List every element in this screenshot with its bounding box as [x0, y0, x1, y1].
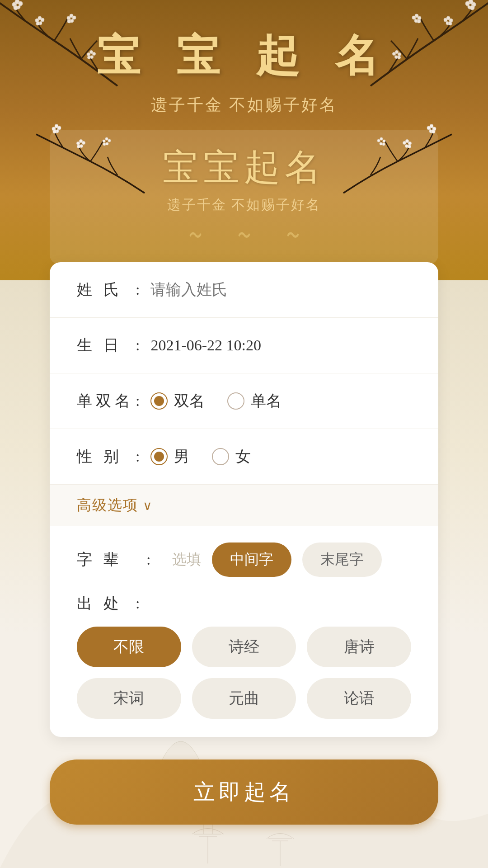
lower-section: 姓 氏 : 生 日 : 2021-06-22 10:20 单双名 : 双名: [0, 280, 488, 868]
svg-point-61: [106, 142, 108, 145]
top-banner: 宝 宝 起 名 遗子千金 不如赐子好名: [0, 0, 488, 280]
svg-point-23: [90, 54, 92, 56]
radio-female[interactable]: 女: [212, 446, 251, 467]
generation-middle-btn[interactable]: 中间字: [212, 542, 291, 577]
source-colon: :: [136, 595, 140, 612]
svg-point-62: [103, 143, 106, 146]
svg-point-78: [377, 139, 380, 142]
inner-card-title: 宝宝起名: [163, 143, 325, 192]
svg-point-77: [380, 137, 383, 140]
name-type-radio-group: 双名 单名: [150, 391, 411, 411]
source-songci-btn[interactable]: 宋词: [77, 678, 181, 719]
advanced-label: 高级选项: [77, 495, 138, 515]
swirl-center-icon: 〜: [238, 222, 251, 250]
svg-point-17: [93, 52, 96, 56]
branch-mid-left-icon: [36, 121, 154, 202]
radio-male-label: 男: [174, 446, 189, 467]
svg-point-70: [432, 130, 435, 133]
svg-point-4: [14, 5, 18, 10]
inner-card-subtitle: 遗子千金 不如赐子好名: [167, 196, 321, 214]
svg-point-57: [77, 145, 80, 148]
svg-point-44: [469, 4, 472, 6]
source-label: 出 处: [77, 593, 136, 614]
main-title: 宝 宝 起 名: [97, 27, 391, 86]
inner-banner: 宝宝起名 遗子千金 不如赐子好名 〜 〜 〜: [50, 130, 438, 264]
svg-point-36: [412, 16, 416, 19]
svg-point-21: [39, 20, 41, 22]
submit-area: 立即起名: [50, 760, 438, 825]
radio-single-circle: [227, 392, 244, 410]
svg-point-9: [36, 22, 40, 25]
surname-colon: :: [136, 281, 140, 298]
radio-female-circle: [212, 448, 229, 465]
svg-point-43: [398, 56, 401, 59]
source-tangshi-btn[interactable]: 唐诗: [307, 627, 411, 667]
svg-point-31: [444, 18, 447, 22]
svg-point-73: [403, 142, 406, 145]
radio-male[interactable]: 男: [150, 446, 189, 467]
form-card: 姓 氏 : 生 日 : 2021-06-22 10:20 单双名 : 双名: [50, 262, 438, 737]
source-options-grid: 不限 诗经 唐诗 宋词 元曲 论语: [77, 627, 411, 719]
radio-female-label: 女: [235, 446, 251, 467]
svg-point-58: [103, 140, 105, 142]
birthday-label: 生 日: [77, 335, 136, 356]
radio-double-label: 双名: [174, 391, 205, 411]
svg-point-20: [17, 4, 19, 6]
svg-point-33: [448, 22, 452, 25]
svg-point-7: [41, 18, 44, 22]
svg-point-15: [87, 53, 90, 56]
gender-row: 性 别 : 男 女: [50, 429, 438, 485]
source-shijing-btn[interactable]: 诗经: [192, 627, 296, 667]
source-lunyu-btn[interactable]: 论语: [307, 678, 411, 719]
svg-point-63: [56, 128, 57, 130]
svg-point-52: [53, 130, 56, 133]
svg-point-39: [398, 53, 401, 56]
surname-row: 姓 氏 :: [50, 262, 438, 318]
svg-point-80: [382, 143, 385, 146]
gender-radio-group: 男 女: [150, 446, 411, 467]
radio-double-circle: [150, 392, 168, 410]
source-unlimited-btn[interactable]: 不限: [77, 627, 181, 667]
svg-point-55: [82, 142, 85, 145]
svg-point-68: [427, 126, 431, 130]
svg-point-82: [406, 143, 408, 145]
surname-label: 姓 氏: [77, 279, 136, 300]
svg-point-60: [108, 139, 111, 142]
name-type-row: 单双名 : 双名 单名: [50, 373, 438, 429]
surname-input[interactable]: [150, 281, 411, 298]
birthday-colon: :: [136, 337, 140, 354]
svg-point-64: [80, 143, 82, 145]
svg-point-14: [67, 19, 71, 23]
main-subtitle: 遗子千金 不如赐子好名: [151, 94, 338, 116]
svg-point-41: [393, 52, 396, 56]
submit-button[interactable]: 立即起名: [50, 760, 438, 825]
svg-point-83: [380, 141, 382, 142]
gender-label: 性 别: [77, 446, 136, 467]
radio-male-circle: [150, 448, 168, 465]
branch-mid-right-icon: [334, 121, 452, 202]
birthday-value[interactable]: 2021-06-22 10:20: [150, 337, 411, 354]
generation-placeholder: 选填: [172, 550, 201, 570]
swirl-decorations: 〜 〜 〜: [184, 222, 304, 250]
chevron-down-icon: ∨: [143, 498, 152, 513]
radio-single-label: 单名: [251, 391, 282, 411]
name-type-label: 单双名: [77, 391, 136, 411]
svg-point-53: [77, 142, 80, 145]
generation-colon: :: [146, 551, 150, 568]
svg-point-59: [105, 137, 108, 140]
generation-last-btn[interactable]: 末尾字: [302, 542, 382, 577]
svg-point-81: [431, 128, 432, 130]
svg-point-65: [106, 141, 107, 142]
swirl-left-icon: 〜: [189, 222, 202, 250]
svg-point-28: [470, 5, 474, 10]
source-section: 出 处 : 不限 诗经 唐诗 宋词 元曲 论语: [50, 593, 438, 737]
radio-male-dot: [154, 452, 164, 462]
radio-single-name[interactable]: 单名: [227, 391, 282, 411]
generation-label: 字 辈: [77, 549, 136, 570]
svg-point-75: [408, 145, 411, 148]
source-yuanqu-btn[interactable]: 元曲: [192, 678, 296, 719]
birthday-row: 生 日 : 2021-06-22 10:20: [50, 318, 438, 373]
advanced-options-row[interactable]: 高级选项 ∨: [50, 485, 438, 526]
radio-double-name[interactable]: 双名: [150, 391, 205, 411]
gender-colon: :: [136, 448, 140, 465]
